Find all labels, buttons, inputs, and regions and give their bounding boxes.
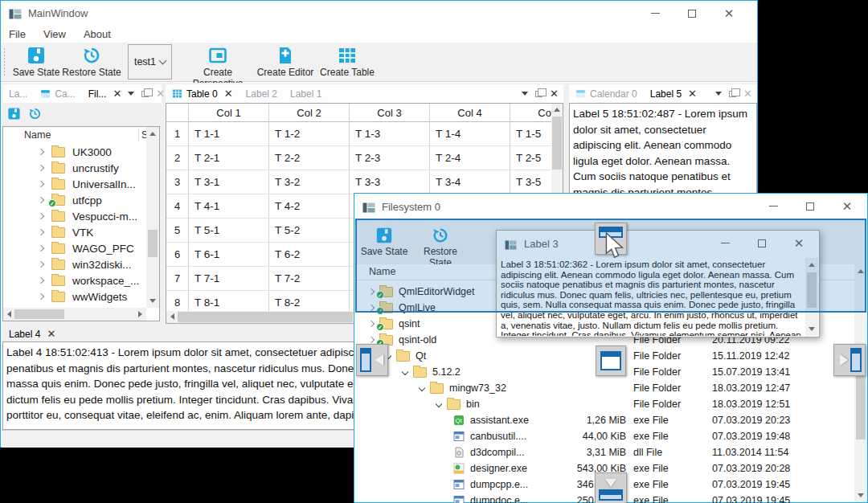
close-button[interactable]: ✕ <box>829 194 866 219</box>
minimize-button[interactable] <box>637 1 674 26</box>
column-header-name[interactable]: Name <box>24 129 51 141</box>
dock-indicator-bottom[interactable] <box>595 472 627 503</box>
tab-label-5[interactable]: Label 5 ✕ <box>644 84 703 103</box>
row-number[interactable]: 3 <box>166 170 189 194</box>
tree-hscrollbar[interactable] <box>3 308 146 321</box>
tree-item[interactable]: win32diski... <box>3 256 159 272</box>
scroll-right-icon[interactable] <box>138 311 142 317</box>
table-cell[interactable]: T 2-3 <box>350 146 430 170</box>
scroll-left-icon[interactable] <box>170 313 174 320</box>
table-cell[interactable]: T 4-2 <box>269 194 350 219</box>
create-editor-button[interactable]: Create Editor <box>253 46 317 78</box>
tab-filesystem[interactable]: Fil... ✕ <box>82 84 129 103</box>
scroll-thumb[interactable] <box>178 312 353 322</box>
dock-indicator-center[interactable] <box>596 346 626 376</box>
table-cell[interactable]: T 2-4 <box>430 146 510 170</box>
undock-icon[interactable] <box>535 91 542 97</box>
fs-tree-item[interactable]: binFile Folder18.03.2019 12:51 <box>354 396 854 412</box>
scroll-up-icon[interactable] <box>554 108 560 112</box>
close-group-icon[interactable]: ✕ <box>156 88 165 100</box>
row-number[interactable]: 2 <box>166 146 189 170</box>
scroll-up-icon[interactable] <box>149 132 156 136</box>
tab-menu-icon[interactable] <box>128 92 134 96</box>
tab-calendar-0[interactable]: Calendar 0 <box>569 84 644 103</box>
table-cell[interactable]: T 4-1 <box>189 194 269 219</box>
chevron-right-icon[interactable] <box>38 181 44 187</box>
chevron-down-icon[interactable] <box>436 401 442 407</box>
chevron-right-icon[interactable] <box>368 337 375 343</box>
tree-item[interactable]: Vespucci-m... <box>3 208 159 224</box>
save-state-button[interactable]: Save State <box>6 46 67 78</box>
dock-indicator-left[interactable] <box>356 344 388 376</box>
row-number[interactable]: 5 <box>166 219 189 243</box>
maximize-button[interactable] <box>792 194 829 219</box>
chevron-right-icon[interactable] <box>38 213 44 219</box>
maximize-button[interactable] <box>674 1 710 26</box>
scroll-thumb[interactable] <box>14 309 64 319</box>
table-cell[interactable]: T 3-2 <box>269 170 350 194</box>
table-cell[interactable]: T 1-4 <box>430 122 510 146</box>
tree-item[interactable]: uncrustify <box>3 160 159 176</box>
close-icon[interactable]: ✕ <box>688 88 697 100</box>
chevron-right-icon[interactable] <box>38 293 44 300</box>
table-cell[interactable]: T 1-2 <box>269 122 350 146</box>
tab-table-0[interactable]: Table 0 ✕ <box>166 84 240 103</box>
close-group-icon[interactable]: ✕ <box>743 88 752 100</box>
column-header[interactable]: Col 1 <box>189 104 269 122</box>
column-divider[interactable] <box>138 129 139 141</box>
chevron-down-icon[interactable] <box>402 369 408 375</box>
tab-menu-icon[interactable] <box>522 92 528 96</box>
save-icon[interactable] <box>7 107 21 124</box>
chevron-right-icon[interactable] <box>38 149 44 155</box>
tree-item[interactable]: UK3000 <box>3 144 159 160</box>
close-icon[interactable]: ✕ <box>113 88 121 100</box>
fs-tree-item[interactable]: canbusutil....44,00 KiBexe File07.03.201… <box>354 428 854 444</box>
chevron-down-icon[interactable] <box>419 385 425 391</box>
create-table-button[interactable]: Create Table <box>317 46 378 78</box>
row-number[interactable]: 1 <box>166 122 189 146</box>
chevron-right-icon[interactable] <box>368 321 375 327</box>
table-cell[interactable]: T 5-2 <box>269 219 350 243</box>
table-cell[interactable]: T 5-1 <box>189 219 269 243</box>
restore-icon[interactable] <box>28 107 42 124</box>
tree-item[interactable]: VTK <box>3 224 159 240</box>
fs-tree-item[interactable]: Qtassistant.exe1,26 MiBexe File07.03.201… <box>354 412 854 428</box>
table-cell[interactable]: T 2-2 <box>269 146 350 170</box>
chevron-right-icon[interactable] <box>38 197 44 203</box>
main-titlebar[interactable]: MainWindow ✕ <box>1 1 757 26</box>
perspective-dropdown[interactable]: test1 <box>128 44 172 80</box>
close-group-icon[interactable]: ✕ <box>550 88 559 100</box>
table-cell[interactable]: T 3-4 <box>430 170 510 194</box>
menu-about[interactable]: About <box>84 28 111 40</box>
chevron-right-icon[interactable] <box>38 277 44 284</box>
tree-item[interactable]: wwWidgets <box>3 288 159 305</box>
table-cell[interactable]: T 1-1 <box>189 122 269 146</box>
table-cell[interactable]: T 3-1 <box>189 170 269 194</box>
table-corner[interactable] <box>166 104 189 122</box>
tree-item[interactable]: WAGO_PFC <box>3 240 159 256</box>
chevron-right-icon[interactable] <box>38 261 44 268</box>
table-cell[interactable]: T 7-2 <box>269 267 350 291</box>
table-cell[interactable]: T 2-1 <box>189 146 269 170</box>
tab-label-4[interactable]: Label 4 ✕ <box>2 326 62 341</box>
scroll-thumb[interactable] <box>148 230 158 257</box>
menu-view[interactable]: View <box>43 28 66 40</box>
close-icon[interactable]: ✕ <box>47 328 55 340</box>
fs-tree-item[interactable]: mingw73_32File Folder18.03.2019 12:47 <box>354 380 854 396</box>
close-button[interactable]: ✕ <box>710 1 747 26</box>
scroll-left-icon[interactable] <box>7 311 11 317</box>
tab-label-1[interactable]: Label 1 <box>284 84 328 103</box>
chevron-right-icon[interactable] <box>38 165 44 171</box>
tab-menu-icon[interactable] <box>715 92 722 96</box>
scroll-thumb[interactable] <box>552 117 562 170</box>
table-cell[interactable]: T 6-1 <box>189 243 269 267</box>
column-header[interactable]: Col 2 <box>269 104 350 122</box>
dock-indicator-right[interactable] <box>833 344 866 376</box>
tree-item[interactable]: workspace_... <box>3 272 159 288</box>
table-cell[interactable]: T 7-1 <box>189 267 269 291</box>
fs-tree-item[interactable]: d3dcompil...3,31 MiBdll File11.03.2014 1… <box>354 444 854 460</box>
scroll-down-icon[interactable] <box>858 493 864 497</box>
tab-calendar-0[interactable]: Ca... <box>34 84 81 103</box>
table-cell[interactable]: T 3-3 <box>350 170 430 194</box>
tab-label-0[interactable]: La... <box>2 84 34 103</box>
